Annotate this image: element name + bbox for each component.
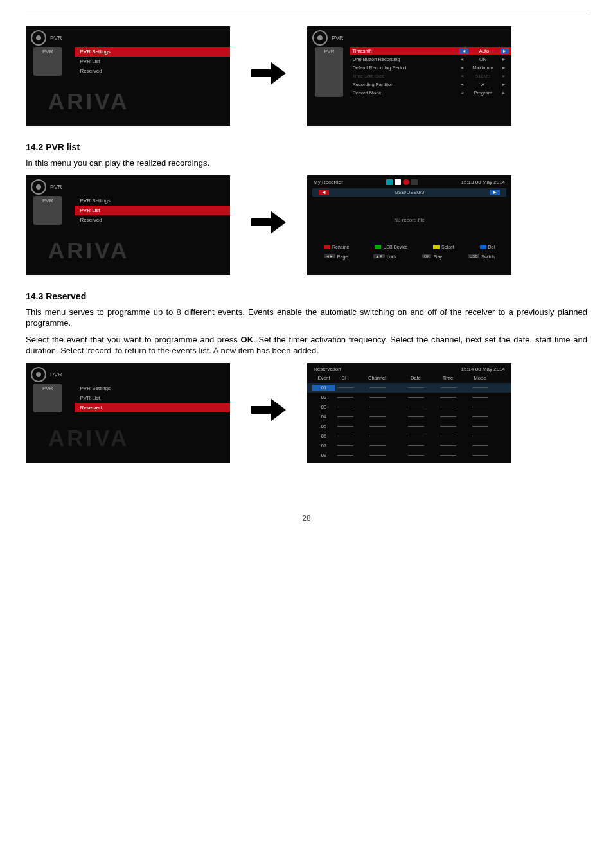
screenshot-pvr-menu-reserved: PVR PVR PVR Settings PVR List Reserved A…: [26, 363, 230, 463]
ariva-watermark: ARIVA: [48, 89, 129, 114]
record-icon: [403, 179, 409, 185]
recorder-footer-2: ◄►Page ▲▼Lock OKPlay USBSwitch: [307, 252, 511, 261]
table-row: 05: [307, 421, 511, 431]
pvr-header-label: PVR: [50, 184, 62, 190]
arrow-icon: [230, 203, 307, 247]
screenshot-my-recorder: My Recorder 15:13 08 May 2014 ◄ USB/USB0…: [307, 175, 511, 275]
recorder-footer: Rename USB Device Select Del: [307, 242, 511, 252]
recorder-title: My Recorder: [314, 179, 343, 185]
table-row: 02: [307, 393, 511, 402]
settings-row-shiftsize: Time Shift Size ◄ 512Mb ►: [350, 72, 511, 80]
video-icon: [386, 179, 393, 185]
bullseye-icon: [31, 367, 46, 382]
blue-icon: [480, 245, 486, 249]
usb-path: USB/USB0/0: [395, 190, 424, 195]
arrow-icon: [230, 391, 307, 435]
music-icon: [395, 179, 401, 185]
recorder-icons: [386, 179, 418, 185]
text-14-2: In this menu you can play the realized r…: [26, 157, 587, 169]
table-row: 06: [307, 431, 511, 441]
reservation-title: Reservation: [314, 366, 341, 372]
key-icon: OK: [422, 254, 432, 258]
usb-path-bar: ◄ USB/USB0/0 ►: [312, 188, 506, 197]
table-row: 08: [307, 450, 511, 460]
heading-14-2: 14.2 PVR list: [26, 142, 587, 152]
settings-row-partition: Recording Partition ◄ A ►: [350, 80, 511, 89]
pvr-tab: PVR: [315, 47, 343, 97]
menu-item-reserved: Reserved: [75, 403, 230, 412]
table-row: 04: [307, 412, 511, 421]
settings-row-mode: Record Mode ◄ Program ►: [350, 89, 511, 97]
key-icon: USB: [468, 254, 479, 258]
menu-item-reserved: Reserved: [75, 215, 230, 225]
pvr-header-label: PVR: [50, 35, 62, 41]
menu-item-settings: PVR Settings: [75, 47, 230, 57]
photo-icon: [411, 179, 418, 185]
pvr-header-label: PVR: [332, 35, 344, 41]
menu-item-list: PVR List: [75, 393, 230, 403]
bullseye-icon: [312, 30, 328, 46]
no-record-text: No record file: [307, 198, 511, 242]
reservation-table: Event CH Channel Date Time Mode 01 02 03…: [307, 373, 511, 463]
screenshot-pvr-menu-settings: PVR PVR PVR Settings PVR List Reserved A…: [26, 26, 230, 126]
screenshot-pvr-settings: PVR PVR Timeshift ◄ Auto ► One Button Re…: [307, 26, 511, 126]
screenshots-row-3: PVR PVR PVR Settings PVR List Reserved A…: [26, 363, 587, 463]
table-row: 09: [307, 460, 511, 463]
menu-item-reserved: Reserved: [75, 66, 230, 76]
ariva-watermark: ARIVA: [48, 238, 129, 263]
settings-row-onebutton: One Button Recording ◄ ON ►: [350, 55, 511, 64]
yellow-icon: [433, 245, 440, 249]
key-icon: ▲▼: [373, 254, 385, 258]
left-arrow-icon: ◄: [319, 190, 329, 195]
menu-item-list: PVR List: [75, 206, 230, 215]
screenshots-row-1: PVR PVR PVR Settings PVR List Reserved A…: [26, 26, 587, 126]
right-arrow-icon: ►: [490, 190, 500, 195]
pvr-tab: PVR: [33, 196, 62, 225]
page-number: 28: [26, 514, 587, 536]
screenshot-pvr-menu-list: PVR PVR PVR Settings PVR List Reserved A…: [26, 175, 230, 275]
reservation-datetime: 15:14 08 May 2014: [461, 366, 506, 372]
pvr-tab: PVR: [33, 384, 62, 412]
table-row: 07: [307, 441, 511, 450]
text-14-3-a: This menu serves to programme up to 8 di…: [26, 306, 587, 329]
pvr-tab: PVR: [33, 47, 62, 76]
recorder-datetime: 15:13 08 May 2014: [461, 179, 505, 185]
key-icon: ◄►: [324, 254, 335, 258]
settings-row-period: Default Recording Period ◄ Maximum ►: [350, 64, 511, 72]
heading-14-3: 14.3 Reserved: [26, 291, 587, 301]
menu-item-settings: PVR Settings: [75, 384, 230, 393]
screenshots-row-2: PVR PVR PVR Settings PVR List Reserved A…: [26, 175, 587, 275]
text-14-3-b: Select the event that you want to progra…: [26, 334, 587, 357]
pvr-header-label: PVR: [50, 371, 62, 378]
green-icon: [375, 245, 381, 249]
menu-item-list: PVR List: [75, 57, 230, 66]
arrow-icon: [230, 54, 307, 98]
menu-item-settings: PVR Settings: [75, 196, 230, 206]
screenshot-reservation: Reservation 15:14 08 May 2014 Event CH C…: [307, 363, 511, 463]
table-row: 01: [307, 383, 511, 393]
table-row: 03: [307, 402, 511, 412]
red-icon: [324, 245, 330, 249]
bullseye-icon: [31, 179, 46, 195]
settings-row-timeshift: Timeshift ◄ Auto ►: [350, 47, 511, 55]
bullseye-icon: [31, 30, 46, 46]
ariva-watermark: ARIVA: [48, 425, 129, 451]
